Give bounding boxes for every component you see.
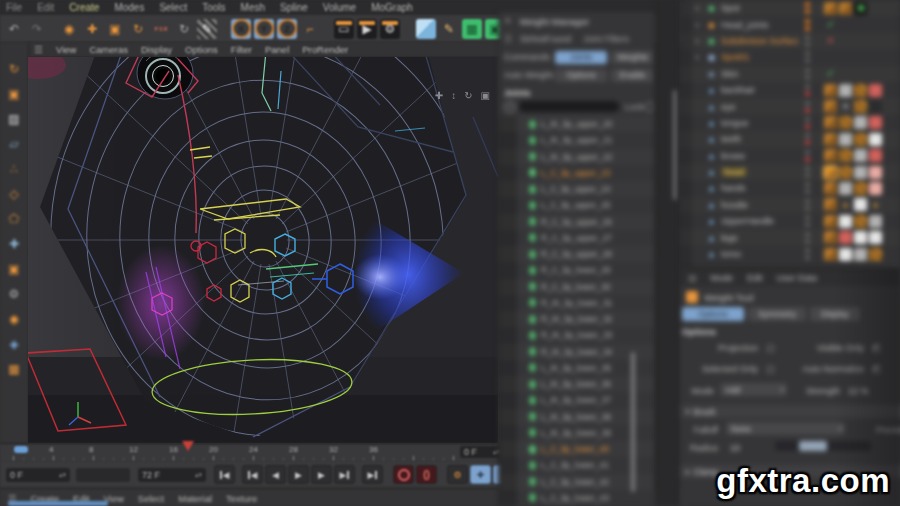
object-row[interactable]: ▸◆Spot	[680, 0, 900, 16]
object-row[interactable]: ▲zipperHandle	[680, 213, 900, 229]
joint-row[interactable]: R_IK_lip_lower_33	[499, 327, 656, 343]
object-row[interactable]: ▲hoodie▲▲	[680, 197, 900, 213]
object-row[interactable]: ▲torso	[680, 246, 900, 262]
z-axis-button[interactable]: Z	[277, 19, 297, 39]
object-row[interactable]: ▲tongue	[680, 115, 900, 131]
tool-tab-options[interactable]: Options	[682, 307, 744, 321]
object-name[interactable]: eye	[721, 102, 736, 112]
clamp-section-header[interactable]: Clamp	[694, 467, 719, 477]
vpmenu-filter[interactable]: Filter	[231, 44, 252, 55]
white-tag-icon[interactable]	[869, 133, 882, 146]
menu-edit[interactable]: Edit	[37, 2, 54, 13]
joints-button[interactable]: Joints	[555, 51, 607, 64]
prev-key-button[interactable]: ◀	[242, 465, 263, 484]
tex-tag-icon[interactable]	[824, 116, 837, 129]
tex-tag-icon[interactable]	[824, 248, 837, 261]
check-tag-icon[interactable]	[854, 116, 867, 129]
vpmenu-options[interactable]: Options	[185, 44, 218, 55]
polygons-mode-icon[interactable]: ⬠	[5, 210, 23, 228]
object-row[interactable]: ◈Skin✓	[680, 66, 900, 82]
check-tag-icon[interactable]	[869, 215, 882, 228]
joint-row[interactable]: R_C_lip_upper_28	[499, 246, 656, 262]
pink-tag-icon[interactable]	[869, 182, 882, 195]
visibility-dots[interactable]	[802, 51, 812, 63]
visibility-dots[interactable]	[802, 133, 812, 145]
tex-tag-icon[interactable]	[824, 231, 837, 244]
goto-start-button[interactable]: ◀	[214, 465, 235, 484]
scale-tool-icon[interactable]: ▣	[105, 19, 125, 39]
menu-mograph[interactable]: MoGraph	[371, 2, 413, 13]
visibility-dots[interactable]	[802, 248, 812, 260]
joint-row[interactable]: R_IK_lip_lower_32	[499, 311, 656, 327]
radius-slider-handle[interactable]	[799, 441, 827, 451]
object-name[interactable]: backhair	[721, 85, 755, 95]
brush-section-arrow[interactable]: ▾	[686, 408, 690, 416]
visibility-dots[interactable]	[802, 182, 812, 194]
lock-toggle[interactable]	[645, 102, 655, 112]
tex-tag-icon[interactable]	[824, 149, 837, 162]
tab-mode[interactable]: Mode	[711, 273, 734, 283]
render-settings-icon[interactable]: ⚙	[380, 19, 400, 39]
psr-icon[interactable]: P S R	[151, 19, 171, 39]
visibility-dots[interactable]	[802, 215, 812, 227]
check-tag-icon[interactable]	[854, 166, 867, 179]
stepper-icon[interactable]: ▴▾	[195, 471, 202, 479]
visibility-dots[interactable]	[802, 232, 812, 244]
menu-select[interactable]: Select	[159, 2, 187, 13]
white-tag-icon[interactable]	[839, 215, 852, 228]
falloff-dropdown[interactable]: None	[726, 422, 845, 435]
joint-row[interactable]: L_IK_lip_upper_20	[499, 116, 656, 132]
menu-icon[interactable]: ☰	[504, 34, 512, 44]
visibility-dots[interactable]	[802, 166, 812, 178]
menu-volume[interactable]: Volume	[323, 2, 356, 13]
visibility-dots[interactable]	[802, 199, 812, 211]
str-not-found-menu[interactable]: StrNotFound	[520, 34, 571, 44]
prev-frame-button[interactable]: ◀	[265, 465, 286, 484]
object-name[interactable]: Spot	[721, 3, 740, 13]
check-tag-icon[interactable]	[854, 248, 867, 261]
tex-tag-icon[interactable]	[839, 2, 852, 15]
viewport-solo-icon[interactable]: ▣	[5, 260, 23, 278]
tex-tag-icon[interactable]	[824, 84, 837, 97]
joint-row[interactable]: R_IK_lip_lower_31	[499, 295, 656, 311]
tex2-tag-icon[interactable]	[839, 166, 852, 179]
texB-tag-icon[interactable]	[824, 166, 837, 179]
check-tag-icon[interactable]	[839, 84, 852, 97]
tab-user-data[interactable]: User Data	[777, 273, 818, 283]
tex2-tag-icon[interactable]	[869, 248, 882, 261]
play-button[interactable]: ▶	[288, 465, 309, 484]
texture-mode-icon[interactable]: ▨	[5, 110, 23, 128]
maximize-icon[interactable]: ▣	[481, 90, 490, 101]
snap-grid-icon[interactable]: ▦	[5, 360, 23, 378]
primitive-cube-icon[interactable]	[416, 19, 436, 39]
keyframe-gear-button[interactable]: ⚙	[447, 465, 468, 484]
workplane-mode-icon[interactable]: ▱	[5, 135, 23, 153]
projection-checkbox[interactable]	[764, 342, 777, 355]
red-tag-icon[interactable]	[869, 149, 882, 162]
visibility-dots[interactable]	[802, 150, 812, 162]
layer-filter-bar[interactable]	[8, 501, 108, 506]
red-tag-icon[interactable]	[869, 116, 882, 129]
white-tag-icon[interactable]	[869, 231, 882, 244]
tex2-tag-icon[interactable]	[854, 215, 867, 228]
visibility-dots[interactable]	[802, 101, 812, 113]
clamp-section-arrow[interactable]: ▸	[686, 468, 690, 476]
strength-value[interactable]: 12 %	[848, 386, 869, 396]
render-picture-icon[interactable]: ▶	[357, 19, 377, 39]
y-axis-button[interactable]: Y	[254, 19, 274, 39]
object-name[interactable]: tongue	[721, 118, 749, 128]
joint-row[interactable]: L_C_lip_upper_23	[499, 165, 656, 181]
brush-section-header[interactable]: Brush	[694, 407, 716, 417]
object-row[interactable]: ▲hands	[680, 180, 900, 196]
gear-icon[interactable]: ⚙	[5, 285, 23, 303]
object-name[interactable]: brows	[721, 151, 745, 161]
object-name[interactable]: head	[721, 167, 747, 177]
tex-tag-icon[interactable]	[824, 133, 837, 146]
object-name[interactable]: Head_joints	[721, 20, 769, 30]
object-name[interactable]: hoodie	[721, 200, 748, 210]
xred-tag-icon[interactable]: ✕	[824, 34, 837, 47]
joint-row[interactable]: L_C_lip_upper_25	[499, 197, 656, 213]
subdivision-surface-icon[interactable]: ▦	[462, 19, 482, 39]
vpmenu-cameras[interactable]: Cameras	[89, 44, 128, 55]
magnet-icon[interactable]: ◈	[5, 335, 23, 353]
